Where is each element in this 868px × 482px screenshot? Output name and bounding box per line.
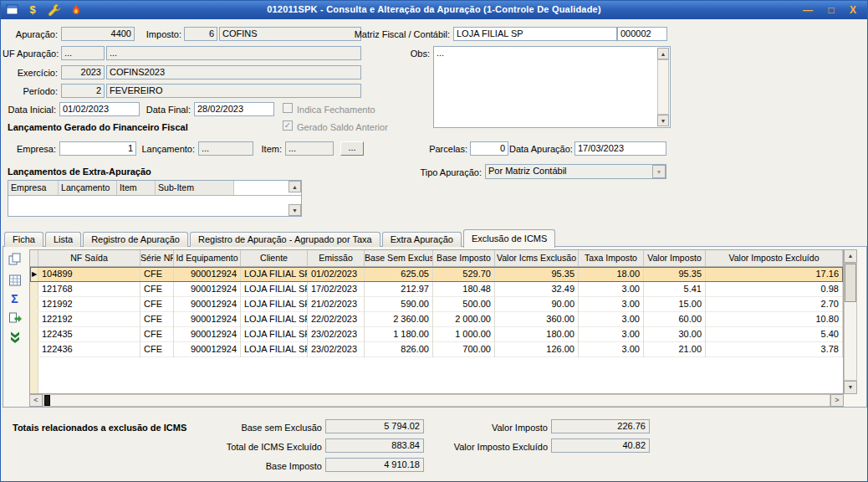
grid-cell[interactable]: 529.70 [433,267,495,282]
exercicio-name-field[interactable]: COFINS2023 [106,65,361,79]
grid-cell[interactable]: 126.00 [495,342,579,357]
grid-cell[interactable]: 32.49 [495,282,579,297]
grid-cell[interactable]: LOJA FILIAL SP [241,342,308,357]
grid-cell[interactable]: 17.16 [706,267,843,282]
obs-textarea[interactable]: ... ▲ ▼ [433,46,671,128]
grid-cell[interactable]: 625.05 [365,267,433,282]
grid-cell[interactable]: 3.00 [579,312,644,327]
item-field[interactable]: ... [285,141,334,156]
grid-cell[interactable]: 23/02/2023 [308,327,365,342]
grid-scroll-left-button[interactable]: < [29,394,43,407]
grid-vscroll-thumb[interactable] [845,264,856,302]
grid-cell[interactable]: LOJA FILIAL SP [241,297,308,312]
grid-cell[interactable]: CFE [140,312,174,327]
periodo-code-field[interactable]: 2 [61,84,105,98]
grid-cell[interactable]: 360.00 [495,312,579,327]
grid-col-header[interactable]: Série NF [140,250,174,266]
grid-cell[interactable]: 590.00 [365,297,433,312]
grid-cell[interactable]: LOJA FILIAL SP [241,267,308,282]
minimize-button[interactable]: — [799,3,817,18]
grid-cell[interactable]: 2 000.00 [433,312,495,327]
close-button[interactable]: X [844,3,862,18]
uf-code-field[interactable]: ... [61,46,105,60]
data-apuracao-field[interactable]: 17/03/2023 [574,141,666,156]
grid-cell[interactable]: LOJA FILIAL SP [241,282,308,297]
grid-scroll-up-button[interactable]: ▲ [844,249,857,263]
item-browse-button[interactable]: ... [340,141,364,156]
grid-cell[interactable]: 2 360.00 [365,312,433,327]
grid-cell[interactable]: 3.78 [706,342,843,357]
grid-cell[interactable]: 826.00 [365,342,433,357]
grid-cell[interactable]: LOJA FILIAL SP [241,327,308,342]
extra-col-header[interactable]: Lançamento [59,181,117,195]
extra-col-header[interactable]: Empresa [8,181,59,195]
grid-col-header[interactable]: Cliente [241,250,308,266]
grid-cell[interactable]: 1 180.00 [365,327,433,342]
empresa-field[interactable]: 1 [59,141,136,156]
grid-row[interactable]: 121768CFE900012924LOJA FILIAL SP17/02/20… [30,282,843,297]
export-icon[interactable] [8,311,22,326]
obs-scroll-down-button[interactable]: ▼ [657,115,669,126]
grid-scroll-right-button[interactable]: > [830,394,844,407]
imposto-code-field[interactable]: 6 [184,27,217,41]
grid-cell[interactable]: 5.40 [706,327,843,342]
grid-cell[interactable]: 180.00 [495,327,579,342]
grid-cell[interactable]: 180.48 [433,282,495,297]
grid-row[interactable]: 121992CFE900012924LOJA FILIAL SP21/02/20… [30,297,843,312]
grid-cell[interactable]: 500.00 [433,297,495,312]
grid-cell[interactable]: 122436 [38,342,140,357]
grid-cell[interactable]: LOJA FILIAL SP [241,312,308,327]
tab-extra-apura-o[interactable]: Extra Apuração [382,232,462,247]
exercicio-code-field[interactable]: 2023 [61,65,105,79]
extra-scroll-down-button[interactable]: ▼ [288,204,301,216]
grid-cell[interactable]: 2.70 [706,297,843,312]
grid-col-header[interactable]: Valor Imposto Excluído [706,250,843,266]
grid-cell[interactable]: 900012924 [174,297,241,312]
grid-col-header[interactable]: Base Sem Exclusão [365,250,433,266]
grid-cell[interactable]: 1 000.00 [433,327,495,342]
grid-cell[interactable]: 900012924 [174,327,241,342]
grid-row[interactable]: 122435CFE900012924LOJA FILIAL SP23/02/20… [30,327,843,342]
grid-cell[interactable]: CFE [140,282,174,297]
tab-exclus-o-de-icms[interactable]: Exclusão de ICMS [463,229,555,248]
grid-row[interactable]: 122192CFE900012924LOJA FILIAL SP22/02/20… [30,312,843,327]
matriz-field[interactable]: LOJA FILIAL SP [453,27,617,41]
grid-cell[interactable]: 22/02/2023 [308,312,365,327]
grid-cell[interactable]: 122435 [38,327,140,342]
tab-registro-de-apura-o-agrupado-por-taxa[interactable]: Registro de Apuração - Agrupado por Taxa [190,232,380,247]
grid-cell[interactable]: 18.00 [579,267,644,282]
grid-cell[interactable]: CFE [140,297,174,312]
data-inicial-field[interactable]: 01/02/2023 [59,102,140,116]
grid-cell[interactable]: 3.00 [579,297,644,312]
grid-hscroll-thumb[interactable] [44,395,50,406]
grid-cell[interactable]: 90.00 [495,297,579,312]
grid-cell[interactable]: CFE [140,327,174,342]
grid-cell[interactable]: 17/02/2023 [308,282,365,297]
periodo-name-field[interactable]: FEVEREIRO [106,84,361,98]
sum-icon[interactable]: Σ [8,292,22,306]
uf-name-field[interactable]: ... [106,46,361,60]
grid-scroll-down-button[interactable]: ▼ [844,381,857,394]
grid-col-header[interactable]: Valor Icms Exclusão [495,250,579,266]
data-final-field[interactable]: 28/02/2023 [194,102,274,116]
grid-col-header[interactable]: NF Saída [38,250,140,266]
grid-cell[interactable]: 900012924 [174,267,241,282]
grid-cell[interactable]: 900012924 [174,282,241,297]
grid-col-header[interactable]: Id Equipamento [174,250,241,266]
maximize-button[interactable]: □ [822,3,840,18]
grid-col-header[interactable]: Valor Imposto [644,250,706,266]
grid-cell[interactable]: 3.00 [579,282,644,297]
grid-row[interactable]: ▶104899CFE900012924LOJA FILIAL SP01/02/2… [30,267,843,282]
extra-col-header[interactable]: Item [117,181,156,195]
tab-registro-de-apura-o[interactable]: Registro de Apuração [83,232,188,247]
parcelas-field[interactable]: 0 [470,141,508,156]
grid-icon[interactable] [8,274,22,288]
obs-scroll-up-button[interactable]: ▲ [657,48,669,59]
grid-cell[interactable]: 122192 [38,312,140,327]
grid-cell[interactable]: 3.00 [579,342,644,357]
grid-cell[interactable]: 900012924 [174,342,241,357]
grid-cell[interactable]: 95.35 [495,267,579,282]
grid-cell[interactable]: 30.00 [644,327,706,342]
tab-ficha[interactable]: Ficha [4,232,43,247]
grid-cell[interactable]: 104899 [38,267,140,282]
